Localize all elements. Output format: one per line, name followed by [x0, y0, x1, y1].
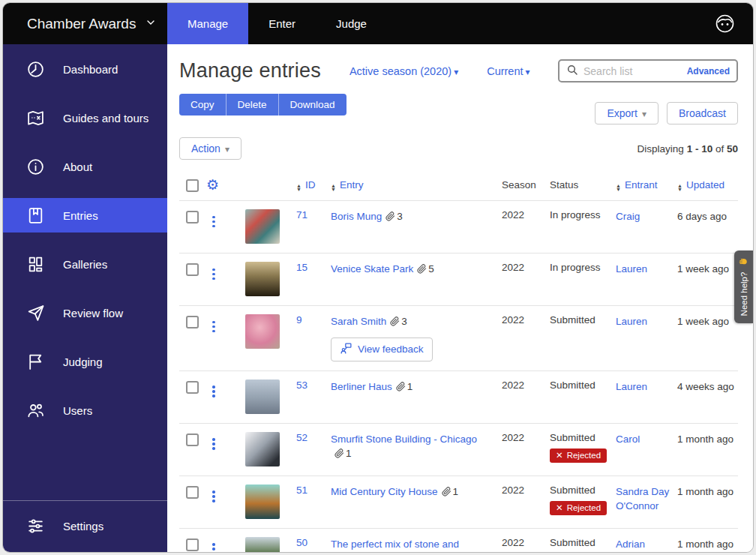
page-header: Manage entries Active season (2020)▾ Cur… [179, 59, 738, 82]
row-menu-icon[interactable] [206, 382, 221, 400]
entry-id-link[interactable]: 52 [296, 432, 308, 443]
select-all-checkbox[interactable] [186, 179, 199, 192]
entry-id-link[interactable]: 53 [296, 380, 308, 391]
status-cell: Submitted ✕ [550, 537, 616, 548]
row-checkbox[interactable] [186, 486, 199, 499]
grid-icon [26, 255, 45, 274]
column-header-id[interactable]: ▲▼ID [296, 179, 331, 191]
broadcast-button[interactable]: Broadcast [667, 102, 738, 124]
dashboard-icon [26, 60, 45, 79]
row-menu-icon[interactable] [206, 435, 221, 453]
entry-id-link[interactable]: 9 [296, 314, 302, 326]
user-avatar-icon[interactable] [715, 14, 735, 34]
column-header-entrant[interactable]: ▲▼Entrant [616, 179, 677, 191]
column-header-season: Season [502, 179, 550, 190]
sidebar-item-guides-and-tours[interactable]: Guides and tours [3, 100, 167, 135]
entries-table: ⚙ ▲▼ID ▲▼Entry Season Status ▲▼Entrant ▲… [179, 171, 738, 552]
sidebar-item-settings[interactable]: Settings [3, 508, 167, 543]
entrant-link[interactable]: Lauren [616, 381, 647, 392]
sidebar-item-review-flow[interactable]: Review flow [3, 296, 167, 330]
row-menu-icon[interactable] [206, 318, 221, 336]
paperclip-icon [442, 488, 452, 499]
row-checkbox[interactable] [186, 263, 199, 276]
entry-thumbnail[interactable] [245, 262, 280, 296]
entrant-link[interactable]: Craig [616, 211, 640, 222]
action-button[interactable]: Action▾ [179, 137, 242, 160]
entrant-link[interactable]: Adrian [616, 538, 645, 550]
top-tab-judge[interactable]: Judge [316, 3, 387, 44]
sidebar-item-about[interactable]: About [3, 149, 167, 184]
sidebar-item-dashboard[interactable]: Dashboard [3, 52, 167, 86]
need-help-tab[interactable]: Need help? [734, 250, 753, 323]
org-switcher[interactable]: Chamber Awards [3, 3, 167, 44]
row-checkbox[interactable] [186, 434, 199, 446]
entry-title-link[interactable]: Sarah Smith [331, 316, 386, 327]
search-input[interactable] [584, 65, 682, 77]
row-menu-icon[interactable] [206, 266, 221, 284]
top-tab-manage[interactable]: Manage [167, 3, 248, 44]
row-checkbox[interactable] [186, 316, 199, 328]
entrant-link[interactable]: Lauren [616, 263, 647, 274]
entry-thumbnail[interactable] [245, 537, 280, 552]
entry-title-link[interactable]: Boris Mung [331, 211, 382, 222]
advanced-search-link[interactable]: Advanced [687, 66, 730, 76]
info-icon [26, 158, 45, 176]
season-cell: 2022 [502, 537, 550, 548]
entry-id-link[interactable]: 15 [296, 262, 308, 273]
entry-id-link[interactable]: 50 [296, 537, 308, 548]
copy-button[interactable]: Copy [179, 94, 226, 116]
entry-id-link[interactable]: 51 [296, 484, 308, 496]
caret-down-icon: ▾ [225, 144, 230, 154]
entry-thumbnail[interactable] [245, 209, 280, 244]
sort-icon: ▲▼ [331, 184, 336, 191]
sidebar-item-users[interactable]: Users [3, 393, 167, 428]
download-button[interactable]: Download [279, 94, 346, 116]
caret-down-icon: ▾ [454, 67, 458, 77]
entry-id-link[interactable]: 71 [296, 209, 308, 220]
row-menu-icon[interactable] [206, 488, 221, 506]
top-tab-enter[interactable]: Enter [248, 3, 316, 44]
column-header-entry[interactable]: ▲▼Entry [331, 179, 502, 191]
view-feedback-button[interactable]: View feedback [331, 338, 433, 362]
entry-thumbnail[interactable] [245, 380, 280, 414]
entrant-link[interactable]: Carol [616, 434, 640, 445]
entrant-link[interactable]: Sandra Day O'Connor [616, 486, 669, 512]
entry-title-link[interactable]: Venice Skate Park [331, 263, 413, 274]
entry-title-link[interactable]: Mid Century City House [331, 486, 438, 497]
users-icon [26, 401, 45, 420]
updated-cell: 1 month ago [677, 537, 738, 552]
column-header-updated[interactable]: ▲▼Updated [677, 179, 738, 191]
send-icon [26, 304, 45, 322]
row-menu-icon[interactable] [206, 213, 221, 231]
chevron-down-icon [145, 15, 157, 32]
entry-title-link[interactable]: The perfect mix of stone and concrete [331, 538, 459, 552]
entry-title-link[interactable]: Berliner Haus [331, 381, 392, 392]
current-filter-selector[interactable]: Current▾ [487, 65, 530, 77]
sidebar-item-galleries[interactable]: Galleries [3, 247, 167, 281]
sidebar-item-entries[interactable]: Entries [3, 198, 167, 232]
row-checkbox[interactable] [186, 538, 199, 551]
entrant-link[interactable]: Lauren [616, 316, 647, 327]
season-selector[interactable]: Active season (2020)▾ [350, 65, 458, 77]
season-cell: 2022 [502, 262, 550, 273]
paperclip-icon [390, 317, 400, 328]
entry-thumbnail[interactable] [245, 432, 280, 466]
updated-cell: 1 month ago [677, 432, 738, 447]
entry-title-link[interactable]: Smurfit Stone Building - Chicago [331, 434, 477, 445]
gear-icon[interactable]: ⚙ [206, 177, 219, 193]
status-cell: In progress ✕ [550, 209, 616, 220]
sidebar-item-judging[interactable]: Judging [3, 344, 167, 379]
delete-button[interactable]: Delete [226, 94, 279, 116]
row-checkbox[interactable] [186, 211, 199, 224]
flag-icon [26, 352, 45, 371]
entry-thumbnail[interactable] [245, 484, 280, 519]
caret-down-icon: ▾ [526, 67, 530, 77]
table-body: 71 Boris Mung3 2022 In progress ✕ Craig … [179, 200, 738, 552]
export-button[interactable]: Export▾ [595, 102, 658, 124]
top-nav-tabs: ManageEnterJudge [167, 3, 387, 44]
entry-thumbnail[interactable] [245, 314, 280, 349]
row-menu-icon[interactable] [206, 540, 221, 552]
row-checkbox[interactable] [186, 381, 199, 394]
table-row: 15 Venice Skate Park5 2022 In progress ✕… [179, 253, 738, 305]
sidebar-footer: Settings [3, 500, 167, 552]
